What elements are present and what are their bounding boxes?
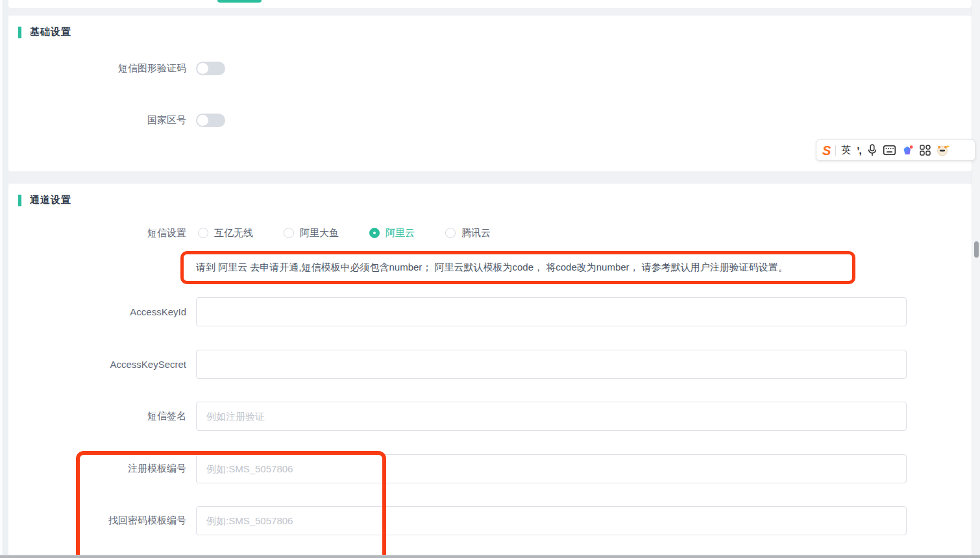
- field-label: 短信图形验证码: [8, 62, 186, 75]
- lang-toggle-icon[interactable]: 英: [841, 144, 851, 156]
- field-label: 短信设置: [8, 227, 186, 239]
- aliyun-notice-text: 请到 阿里云 去申请开通,短信模板中必须包含number； 阿里云默认模板为co…: [184, 261, 788, 274]
- section-title: 基础设置: [30, 26, 71, 38]
- radio-label: 腾讯云: [461, 227, 491, 239]
- toolbar-divider: [835, 145, 836, 156]
- field-label: 短信签名: [8, 410, 186, 422]
- radio-option-alidayu[interactable]: 阿里大鱼: [284, 227, 339, 239]
- radio-option-tencent[interactable]: 腾讯云: [445, 227, 491, 239]
- form-row: 注册模板编号: [8, 454, 916, 483]
- section-accent-bar: [18, 27, 21, 38]
- country-code-switch[interactable]: [196, 114, 225, 127]
- radio-label: 阿里云: [386, 227, 415, 239]
- scrollbar-thumb[interactable]: [974, 241, 979, 258]
- field-label: AccessKeyId: [8, 306, 186, 317]
- accesskeyid-input[interactable]: [196, 297, 907, 326]
- punctuation-toggle-icon[interactable]: ’,: [857, 145, 861, 155]
- previous-card-bottom: [8, 0, 972, 8]
- sogou-logo-icon[interactable]: S: [822, 144, 831, 157]
- settings-page: 基础设置 短信图形验证码 国家区号 通道设置 短信设置 互亿无线: [8, 0, 972, 558]
- annotation-box-notice: 请到 阿里云 去申请开通,短信模板中必须包含number； 阿里云默认模板为co…: [180, 251, 855, 284]
- section-title: 通道设置: [30, 194, 71, 206]
- radio-option-huyi[interactable]: 互亿无线: [198, 227, 253, 239]
- left-gutter: [0, 0, 8, 558]
- form-row: 短信图形验证码: [8, 61, 225, 75]
- field-label: 注册模板编号: [8, 463, 186, 475]
- virtual-keyboard-icon[interactable]: [883, 145, 896, 155]
- register-template-input[interactable]: [196, 454, 907, 483]
- radio-icon: [284, 228, 294, 238]
- microphone-icon[interactable]: [867, 144, 877, 156]
- section-header: 通道设置: [18, 194, 71, 206]
- field-label: AccessKeySecret: [8, 359, 186, 370]
- switch-knob: [197, 63, 208, 74]
- sogou-ime-toolbar: S 英 ’,: [816, 140, 975, 161]
- radio-label: 互亿无线: [214, 227, 253, 239]
- radio-option-aliyun[interactable]: 阿里云: [369, 227, 415, 239]
- card-gap: [8, 171, 972, 184]
- sms-signature-input[interactable]: [196, 402, 907, 431]
- radio-icon: [445, 228, 456, 238]
- form-row: AccessKeySecret: [8, 350, 916, 379]
- field-label: 国家区号: [8, 114, 186, 127]
- skin-center-icon[interactable]: [901, 145, 914, 156]
- toolbox-grid-icon[interactable]: [920, 145, 931, 156]
- gutter-fill: [3, 0, 8, 558]
- sms-captcha-switch[interactable]: [196, 62, 225, 75]
- form-row: 找回密码模板编号: [8, 506, 916, 535]
- sms-provider-radio-group: 互亿无线 阿里大鱼 阿里云 腾讯云: [198, 227, 521, 239]
- card-gap: [8, 8, 972, 16]
- field-label: 找回密码模板编号: [8, 515, 186, 527]
- gutter-divider: [3, 0, 3, 558]
- accesskeysecret-input[interactable]: [196, 350, 907, 379]
- toggle-on-fragment[interactable]: [217, 0, 262, 3]
- radio-icon: [198, 228, 208, 238]
- ai-emoji-icon[interactable]: [937, 144, 950, 156]
- form-row: 短信签名: [8, 402, 916, 431]
- channel-settings-card: 通道设置 短信设置 互亿无线 阿里大鱼 阿里云 腾讯云: [8, 184, 972, 558]
- section-accent-bar: [18, 195, 21, 206]
- radio-icon-selected: [369, 228, 380, 238]
- radio-label: 阿里大鱼: [300, 227, 339, 239]
- window-bottom-edge: [0, 555, 980, 558]
- form-row: 国家区号: [8, 113, 225, 127]
- sms-provider-row: 短信设置 互亿无线 阿里大鱼 阿里云 腾讯云: [8, 224, 521, 242]
- vertical-scrollbar: [972, 0, 980, 558]
- password-recovery-template-input[interactable]: [196, 506, 907, 535]
- switch-knob: [197, 115, 208, 126]
- section-header: 基础设置: [18, 26, 71, 38]
- form-row: AccessKeyId: [8, 297, 916, 326]
